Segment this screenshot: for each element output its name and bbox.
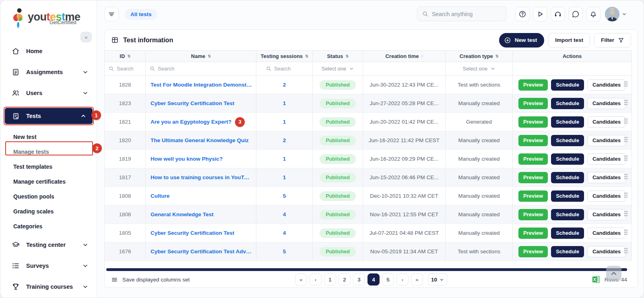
row-menu-icon[interactable] (624, 81, 628, 89)
sort-icon[interactable]: ⇅ (127, 54, 130, 58)
test-name-link[interactable]: Test For Moodle Integration Demonstratio… (151, 82, 252, 88)
candidates-button[interactable]: Candidates (587, 209, 626, 220)
pagination-page-2[interactable]: 2 (339, 273, 351, 286)
preview-button[interactable]: Preview (518, 135, 548, 146)
candidates-button[interactable]: Candidates (587, 246, 626, 257)
global-search-input[interactable] (432, 11, 496, 17)
schedule-button[interactable]: Schedule (551, 172, 584, 183)
page-size-select[interactable]: 10 (428, 273, 447, 286)
candidates-button[interactable]: Candidates (587, 79, 626, 91)
sessions-link[interactable]: 2 (283, 137, 286, 143)
import-test-button[interactable]: Import test (548, 33, 590, 48)
sessions-link[interactable]: 4 (283, 211, 286, 217)
table-row[interactable]: 1808 Culture 5 Published Dec-10-2021 10:… (105, 187, 632, 205)
candidates-button[interactable]: Candidates (587, 153, 626, 165)
schedule-button[interactable]: Schedule (551, 153, 584, 165)
collapse-sidebar-button[interactable]: « (80, 32, 92, 42)
sidebar-subitem-new-test[interactable]: New test (0, 129, 97, 144)
table-row[interactable]: 1817 How to use training courses in YouT… (105, 168, 632, 187)
avatar-menu-chevron-icon[interactable] (622, 12, 627, 17)
table-row[interactable]: 1820 The Ultimate General Knowledge Quiz… (105, 131, 632, 150)
table-row[interactable]: 1676 Cyber Security Certification Test A… (105, 242, 632, 261)
creation-type-filter-select[interactable]: Select one (463, 66, 495, 72)
row-menu-icon[interactable] (624, 248, 628, 255)
schedule-button[interactable]: Schedule (551, 116, 584, 128)
messages-button[interactable] (568, 7, 583, 21)
schedule-button[interactable]: Schedule (551, 135, 584, 146)
row-menu-icon[interactable] (624, 230, 628, 237)
user-avatar[interactable] (605, 7, 619, 21)
preview-button[interactable]: Preview (518, 79, 548, 91)
walkthrough-button[interactable] (533, 7, 547, 21)
help-button[interactable] (515, 7, 530, 21)
table-row[interactable]: 1821 Are you an Egyptology Expert? 3 1 P… (105, 113, 632, 131)
row-menu-icon[interactable] (624, 137, 628, 144)
pagination-page-1[interactable]: 1 (324, 273, 336, 286)
test-name-link[interactable]: Cyber Security Certification Test (151, 100, 234, 106)
test-name-link[interactable]: Are you an Egyptology Expert? (151, 119, 231, 125)
sidebar-item-surveys[interactable]: Surveys (0, 259, 97, 273)
global-search[interactable] (417, 6, 506, 21)
column-header-creation-time[interactable]: Creation time↑ (363, 51, 446, 62)
menu-toggle-button[interactable] (104, 7, 119, 21)
column-header-name[interactable]: Name⇅ (146, 51, 256, 62)
sidebar-subitem-manage-tests[interactable]: Manage tests (0, 144, 97, 159)
sessions-link[interactable]: 1 (283, 100, 286, 106)
sessions-link[interactable]: 1 (283, 119, 286, 125)
row-menu-icon[interactable] (624, 192, 628, 200)
schedule-button[interactable]: Schedule (551, 79, 584, 91)
row-menu-icon[interactable] (624, 100, 628, 107)
new-test-button[interactable]: New test (499, 33, 545, 48)
test-name-link[interactable]: How well you know Physic? (151, 156, 223, 162)
sessions-link[interactable]: 5 (283, 193, 286, 199)
column-header-status[interactable]: Status⇅ (313, 51, 363, 62)
sidebar-subitem-grading-scales[interactable]: Grading scales (0, 204, 97, 219)
excel-icon[interactable] (592, 275, 601, 284)
candidates-button[interactable]: Candidates (587, 135, 626, 146)
sort-icon[interactable]: ⇅ (345, 54, 348, 58)
pagination-nav-button[interactable]: » (411, 273, 423, 286)
test-name-link[interactable]: Cyber Security Certification Test Adva..… (151, 248, 252, 255)
candidates-button[interactable]: Candidates (587, 98, 626, 109)
sidebar-subitem-test-templates[interactable]: Test templates (0, 159, 97, 174)
sessions-link[interactable]: 5 (283, 248, 286, 255)
preview-button[interactable]: Preview (518, 209, 548, 220)
row-menu-icon[interactable] (624, 211, 628, 218)
sidebar-item-users[interactable]: Users (0, 86, 97, 100)
sidebar-subitem-question-pools[interactable]: Question pools (0, 189, 97, 204)
pagination-nav-button[interactable]: « (295, 273, 307, 286)
sidebar-subitem-manage-certificates[interactable]: Manage certificates (0, 174, 97, 189)
sidebar-item-assignments[interactable]: Assignments (0, 65, 97, 79)
candidates-button[interactable]: Candidates (587, 172, 626, 183)
table-row[interactable]: 1805 Cyber Security Certification Test 4… (105, 224, 632, 242)
preview-button[interactable]: Preview (518, 190, 548, 202)
table-row[interactable]: 1828 Test For Moodle Integration Demonst… (105, 76, 632, 94)
preview-button[interactable]: Preview (518, 246, 548, 257)
schedule-button[interactable]: Schedule (551, 246, 584, 257)
row-menu-icon[interactable] (624, 155, 628, 163)
table-row[interactable]: 1819 How well you know Physic? 1 Publish… (105, 150, 632, 168)
pagination-page-5[interactable]: 5 (382, 273, 394, 286)
candidates-button[interactable]: Candidates (587, 228, 626, 239)
sessions-link[interactable]: 1 (283, 156, 286, 162)
row-menu-icon[interactable] (624, 174, 628, 181)
preview-button[interactable]: Preview (518, 116, 548, 128)
column-header-creation-type[interactable]: Creation type⇅ (446, 51, 513, 62)
sessions-link[interactable]: 2 (283, 82, 286, 88)
test-name-link[interactable]: The Ultimate General Knowledge Quiz (151, 137, 249, 143)
sort-icon[interactable]: ⇅ (495, 54, 498, 58)
pagination-nav-button[interactable]: › (396, 273, 409, 286)
candidates-button[interactable]: Candidates (587, 116, 626, 128)
sort-icon-ascending[interactable]: ↑ (421, 54, 423, 58)
preview-button[interactable]: Preview (518, 228, 548, 239)
candidates-button[interactable]: Candidates (587, 190, 626, 202)
breadcrumb-all-tests[interactable]: All tests (125, 9, 157, 20)
scroll-top-button[interactable] (606, 266, 621, 281)
schedule-button[interactable]: Schedule (551, 190, 584, 202)
save-columns-button[interactable]: Save displayed columns set (111, 276, 190, 283)
sessions-link[interactable]: 4 (283, 230, 286, 236)
table-row[interactable]: 1806 General Knowledge Test 4 Published … (105, 205, 632, 224)
sort-icon[interactable]: ⇅ (208, 54, 211, 58)
sidebar-item-testing-center[interactable]: Testing center (0, 238, 97, 252)
row-menu-icon[interactable] (624, 118, 628, 126)
